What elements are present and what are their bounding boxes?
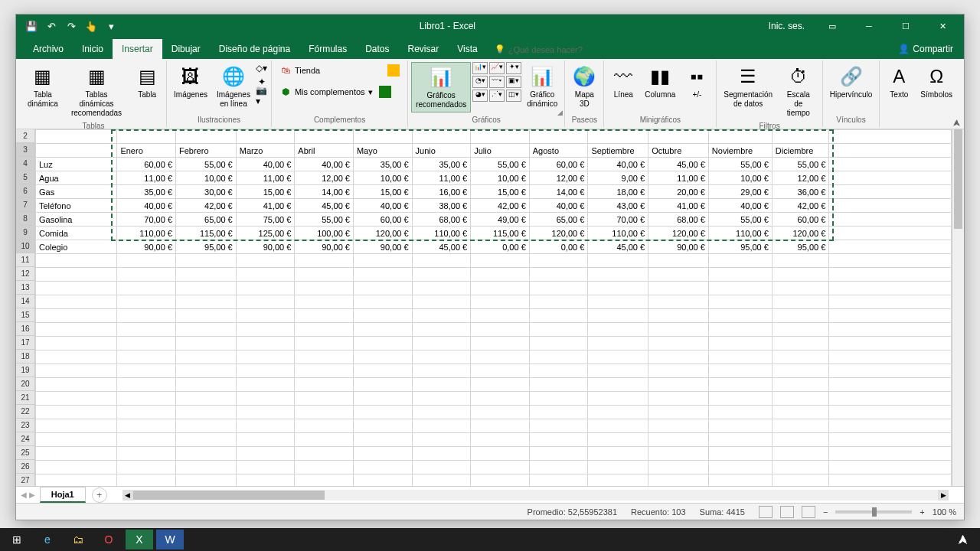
timeline-button[interactable]: ⏱Escala de tiempo: [778, 62, 819, 120]
data-cell[interactable]: 40,00 €: [708, 199, 772, 213]
data-cell[interactable]: 95,00 €: [708, 240, 772, 254]
data-cell[interactable]: 15,00 €: [236, 185, 295, 199]
save-icon[interactable]: 💾: [25, 20, 38, 32]
row-header-15[interactable]: 15: [16, 308, 34, 322]
data-cell[interactable]: 115,00 €: [471, 227, 530, 240]
hyperlink-button[interactable]: 🔗Hipervínculo: [826, 62, 877, 102]
data-cell[interactable]: 12,00 €: [772, 171, 828, 185]
view-page-layout-button[interactable]: [780, 506, 794, 518]
show-desktop-icon[interactable]: ⮝: [949, 530, 977, 549]
sheet-nav-arrows[interactable]: ◀ ▶: [16, 491, 40, 499]
month-header[interactable]: Diciembre: [772, 144, 828, 158]
data-cell[interactable]: 55,00 €: [471, 158, 530, 171]
vscroll-thumb[interactable]: [954, 129, 962, 229]
row-header-24[interactable]: 24: [16, 432, 34, 446]
data-cell[interactable]: 30,00 €: [176, 185, 237, 199]
data-cell[interactable]: 35,00 €: [412, 158, 471, 171]
data-cell[interactable]: 90,00 €: [353, 240, 412, 254]
row-header-6[interactable]: 6: [16, 184, 34, 198]
month-header[interactable]: Enero: [117, 144, 176, 158]
scatter-chart-icon[interactable]: ⋰▾: [489, 90, 505, 102]
pie-chart-icon[interactable]: ◕▾: [472, 90, 488, 102]
cell-grid[interactable]: EneroFebreroMarzoAbrilMayoJunioJulioAgos…: [35, 129, 952, 486]
data-cell[interactable]: 45,00 €: [412, 240, 471, 254]
start-button[interactable]: ⊞: [3, 530, 31, 549]
data-cell[interactable]: 60,00 €: [353, 213, 412, 227]
data-cell[interactable]: 38,00 €: [412, 199, 471, 213]
sparkline-winloss-button[interactable]: ▪▪+/-: [681, 62, 713, 102]
screenshot-icon[interactable]: 📷▾: [256, 90, 268, 102]
tab-review[interactable]: Revisar: [399, 39, 449, 59]
view-normal-button[interactable]: [759, 506, 773, 518]
excel-taskbar-icon[interactable]: X: [126, 530, 153, 549]
share-button[interactable]: 👤 Compartir: [887, 39, 964, 59]
data-cell[interactable]: 100,00 €: [295, 227, 354, 240]
data-cell[interactable]: 35,00 €: [117, 185, 176, 199]
online-images-button[interactable]: 🌐Imágenes en línea: [213, 62, 254, 111]
month-header[interactable]: Noviembre: [708, 144, 772, 158]
data-cell[interactable]: 65,00 €: [529, 213, 588, 227]
data-cell[interactable]: 11,00 €: [117, 171, 176, 185]
qat-dropdown-icon[interactable]: ▾: [105, 20, 117, 32]
data-cell[interactable]: 12,00 €: [295, 171, 354, 185]
sparkline-line-button[interactable]: 〰Línea: [607, 62, 639, 102]
data-cell[interactable]: 95,00 €: [176, 240, 237, 254]
data-cell[interactable]: 45,00 €: [588, 240, 648, 254]
row-header-2[interactable]: 2: [16, 129, 34, 143]
statistic-chart-icon[interactable]: ▣▾: [506, 76, 521, 88]
row-label[interactable]: Gas: [36, 185, 117, 199]
zoom-thumb[interactable]: [872, 507, 877, 517]
data-cell[interactable]: 70,00 €: [588, 213, 648, 227]
pivot-chart-button[interactable]: 📊Gráfico dinámico: [523, 62, 561, 111]
vertical-scrollbar[interactable]: [952, 129, 964, 486]
month-header[interactable]: Abril: [295, 144, 354, 158]
data-cell[interactable]: 12,00 €: [529, 171, 588, 185]
data-cell[interactable]: 14,00 €: [295, 185, 354, 199]
data-cell[interactable]: 90,00 €: [295, 240, 354, 254]
data-cell[interactable]: 0,00 €: [471, 240, 530, 254]
combo-chart-icon[interactable]: ◫▾: [506, 90, 521, 102]
data-cell[interactable]: 40,00 €: [236, 158, 295, 171]
data-cell[interactable]: 90,00 €: [117, 240, 176, 254]
ribbon-options-icon[interactable]: ▭: [817, 15, 848, 37]
undo-icon[interactable]: ↶: [45, 20, 57, 32]
zoom-out-button[interactable]: −: [823, 507, 828, 517]
data-cell[interactable]: 40,00 €: [353, 199, 412, 213]
text-button[interactable]: ATexto: [883, 62, 915, 102]
new-sheet-button[interactable]: +: [92, 487, 107, 503]
data-cell[interactable]: 60,00 €: [772, 213, 828, 227]
row-label[interactable]: Colegio: [36, 240, 117, 254]
data-cell[interactable]: 10,00 €: [353, 171, 412, 185]
tab-page-layout[interactable]: Diseño de página: [210, 39, 299, 59]
data-cell[interactable]: 15,00 €: [471, 185, 530, 199]
row-label[interactable]: Agua: [36, 171, 117, 185]
recommended-pivot-button[interactable]: ▦Tablas dinámicas recomendadas: [64, 62, 129, 120]
data-cell[interactable]: 125,00 €: [236, 227, 295, 240]
row-header-14[interactable]: 14: [16, 295, 34, 308]
month-header[interactable]: Junio: [412, 144, 471, 158]
view-page-break-button[interactable]: [802, 506, 815, 518]
data-cell[interactable]: 120,00 €: [772, 227, 828, 240]
data-cell[interactable]: 36,00 €: [772, 185, 828, 199]
row-header-8[interactable]: 8: [16, 212, 34, 226]
data-cell[interactable]: 41,00 €: [648, 199, 709, 213]
column-chart-icon[interactable]: 📊▾: [472, 62, 488, 74]
tab-home[interactable]: Inicio: [73, 39, 113, 59]
opera-icon[interactable]: O: [95, 530, 122, 549]
data-cell[interactable]: 120,00 €: [353, 227, 412, 240]
data-cell[interactable]: 20,00 €: [648, 185, 709, 199]
tab-draw[interactable]: Dibujar: [162, 39, 210, 59]
row-header-7[interactable]: 7: [16, 198, 34, 212]
line-chart-icon[interactable]: 〰▾: [489, 76, 505, 88]
data-cell[interactable]: 95,00 €: [772, 240, 828, 254]
month-header[interactable]: Julio: [471, 144, 530, 158]
pivot-table-button[interactable]: ▦Tabla dinámica: [24, 62, 62, 111]
tab-formulas[interactable]: Fórmulas: [299, 39, 356, 59]
row-header-19[interactable]: 19: [16, 364, 34, 377]
data-cell[interactable]: 55,00 €: [295, 213, 354, 227]
data-cell[interactable]: 14,00 €: [529, 185, 588, 199]
data-cell[interactable]: 60,00 €: [117, 158, 176, 171]
zoom-in-button[interactable]: +: [920, 507, 924, 517]
row-header-4[interactable]: 4: [16, 157, 34, 171]
data-cell[interactable]: 60,00 €: [529, 158, 588, 171]
